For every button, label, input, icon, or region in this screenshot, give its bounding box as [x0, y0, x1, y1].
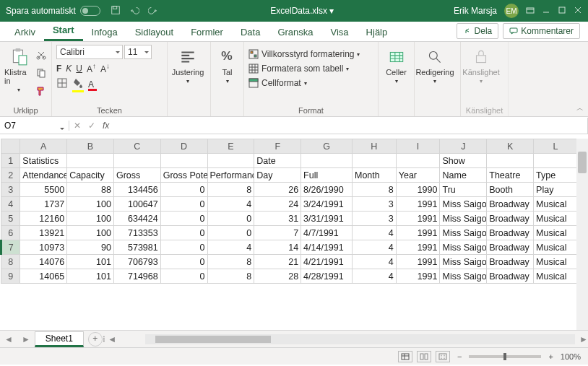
- borders-icon[interactable]: [56, 77, 68, 91]
- cell[interactable]: 24: [254, 197, 301, 212]
- comments-button[interactable]: Kommentarer: [503, 23, 580, 39]
- cell[interactable]: 4: [352, 255, 396, 269]
- fx-icon[interactable]: fx: [103, 121, 109, 131]
- cell[interactable]: [301, 154, 353, 168]
- tab-infoga[interactable]: Infoga: [83, 23, 126, 41]
- page-layout-view-icon[interactable]: [417, 351, 431, 362]
- cell[interactable]: 100: [67, 197, 114, 212]
- user-name[interactable]: Erik Marsja: [454, 6, 497, 16]
- cell[interactable]: 90: [67, 240, 114, 255]
- cell[interactable]: 10973: [20, 240, 67, 255]
- font-size-combo[interactable]: 11: [124, 45, 152, 59]
- user-avatar[interactable]: EM: [504, 4, 519, 18]
- cell[interactable]: 634424: [113, 212, 160, 226]
- cell[interactable]: 3/24/1991: [301, 197, 353, 212]
- cell[interactable]: 8: [352, 183, 396, 197]
- row-header[interactable]: 5: [1, 212, 20, 226]
- bold-icon[interactable]: F: [56, 64, 61, 74]
- cell[interactable]: 4/21/1991: [301, 255, 353, 269]
- cell[interactable]: 1991: [396, 269, 440, 284]
- next-sheet-icon[interactable]: ►: [17, 334, 35, 344]
- maximize-icon[interactable]: [558, 6, 566, 17]
- cell[interactable]: 100: [67, 212, 114, 226]
- cell[interactable]: 0: [160, 197, 207, 212]
- cell[interactable]: [160, 154, 207, 168]
- close-icon[interactable]: [574, 6, 582, 17]
- cell[interactable]: 0: [207, 226, 254, 240]
- undo-icon[interactable]: [129, 5, 139, 17]
- cell[interactable]: 4/28/1991: [301, 269, 353, 284]
- cell[interactable]: Miss Saigon: [440, 240, 487, 255]
- cell[interactable]: 8: [207, 255, 254, 269]
- cell[interactable]: 4: [207, 240, 254, 255]
- cell[interactable]: Gross Potential: [160, 168, 207, 183]
- cell[interactable]: 3: [352, 197, 396, 212]
- cell[interactable]: 0: [207, 212, 254, 226]
- normal-view-icon[interactable]: [398, 351, 412, 362]
- cancel-formula-icon[interactable]: ✕: [74, 121, 81, 131]
- row-header[interactable]: 6: [1, 226, 20, 240]
- cell[interactable]: 713353: [113, 226, 160, 240]
- redo-icon[interactable]: [148, 5, 158, 17]
- zoom-in-icon[interactable]: +: [548, 352, 553, 361]
- cell[interactable]: Musical: [534, 197, 578, 212]
- cell[interactable]: 101: [67, 269, 114, 284]
- cell[interactable]: Broadway: [487, 212, 534, 226]
- cell[interactable]: 4: [352, 240, 396, 255]
- cell[interactable]: 100647: [113, 197, 160, 212]
- cell[interactable]: Miss Saigon: [440, 269, 487, 284]
- cell[interactable]: Statistics: [20, 154, 67, 168]
- cell[interactable]: 4/7/1991: [301, 226, 353, 240]
- tab-data[interactable]: Data: [232, 23, 269, 41]
- cell[interactable]: 1737: [20, 197, 67, 212]
- cell[interactable]: 706793: [113, 255, 160, 269]
- cell[interactable]: 5500: [20, 183, 67, 197]
- cell[interactable]: Miss Saigon: [440, 255, 487, 269]
- cell[interactable]: 4: [207, 197, 254, 212]
- save-icon[interactable]: [111, 5, 121, 17]
- cell[interactable]: 4/14/1991: [301, 240, 353, 255]
- cells-button[interactable]: Celler▾: [383, 45, 410, 84]
- prev-sheet-icon[interactable]: ◄: [0, 334, 17, 344]
- row-header[interactable]: 8: [1, 255, 20, 269]
- zoom-out-icon[interactable]: −: [457, 352, 462, 361]
- horizontal-scrollbar[interactable]: [145, 334, 575, 344]
- cell[interactable]: 714968: [113, 269, 160, 284]
- name-box[interactable]: O7: [0, 121, 69, 131]
- cell[interactable]: 0: [160, 226, 207, 240]
- cell[interactable]: Musical: [534, 226, 578, 240]
- cell[interactable]: Miss Saigon: [440, 197, 487, 212]
- minimize-icon[interactable]: [542, 6, 550, 17]
- cell[interactable]: 1991: [396, 212, 440, 226]
- cell[interactable]: 8: [207, 269, 254, 284]
- row-header[interactable]: 2: [1, 168, 20, 183]
- cell[interactable]: [487, 154, 534, 168]
- cell[interactable]: Theatre: [487, 168, 534, 183]
- cell[interactable]: Performances: [207, 168, 254, 183]
- col-header[interactable]: H: [352, 139, 396, 154]
- cell[interactable]: Musical: [534, 269, 578, 284]
- copy-icon[interactable]: [35, 67, 47, 81]
- cell[interactable]: Broadway: [487, 255, 534, 269]
- cell[interactable]: Day: [254, 168, 301, 183]
- cell[interactable]: 14065: [20, 269, 67, 284]
- cell-styles-button[interactable]: Cellformat ▾: [248, 77, 307, 90]
- col-header[interactable]: K: [487, 139, 534, 154]
- add-sheet-button[interactable]: +: [88, 332, 103, 347]
- cell[interactable]: 13921: [20, 226, 67, 240]
- autosave-toggle[interactable]: [80, 6, 100, 16]
- cell[interactable]: Date: [254, 154, 301, 168]
- cell[interactable]: 573981: [113, 240, 160, 255]
- sheet-tab[interactable]: Sheet1: [35, 331, 84, 347]
- col-header[interactable]: B: [67, 139, 114, 154]
- cell[interactable]: Name: [440, 168, 487, 183]
- shrink-font-icon[interactable]: A↓: [100, 62, 110, 74]
- cell[interactable]: 3/31/1991: [301, 212, 353, 226]
- tab-hjalp[interactable]: Hjälp: [358, 23, 397, 41]
- page-break-view-icon[interactable]: [436, 351, 450, 362]
- tab-arkiv[interactable]: Arkiv: [6, 23, 44, 41]
- zoom-level[interactable]: 100%: [561, 352, 581, 361]
- editing-button[interactable]: Redigering▾: [419, 45, 451, 84]
- cell[interactable]: 8: [207, 183, 254, 197]
- cell[interactable]: Musical: [534, 212, 578, 226]
